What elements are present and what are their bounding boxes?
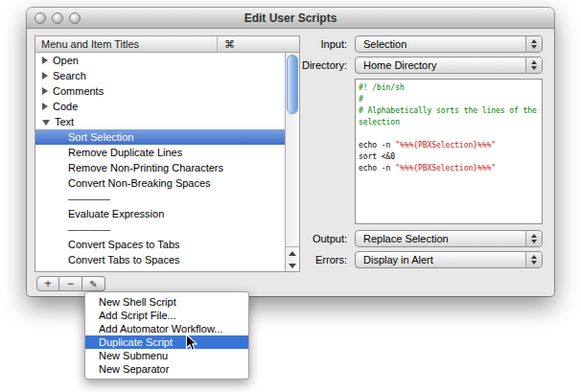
disclosure-triangle-icon[interactable]: [42, 57, 48, 64]
directory-label: Directory:: [180, 59, 355, 71]
popup-arrows-icon: [525, 252, 542, 267]
row-label: Evaluate Expression: [68, 208, 164, 219]
row-label: ————: [68, 269, 110, 271]
row-label: Convert Spaces to Tabs: [68, 239, 180, 250]
edit-script-button[interactable]: ✎: [82, 276, 105, 291]
row-label: Comments: [53, 85, 104, 97]
list-toolbar: + − ✎: [36, 276, 105, 291]
code-line: #! /bin/sh: [359, 82, 540, 94]
list-separator-row[interactable]: ————: [35, 191, 285, 206]
code-line: # Alphabetically sorts the lines of the …: [359, 105, 540, 128]
code-line: echo -n "%%%{PBXSelection}%%%": [359, 163, 540, 174]
menu-item[interactable]: Duplicate Script: [85, 335, 248, 349]
directory-row: Directory: Home Directory: [180, 57, 543, 74]
code-line: sort <&0: [359, 151, 540, 163]
row-label: Sort Selection: [68, 131, 133, 143]
menu-item[interactable]: New Shell Script: [85, 295, 248, 309]
script-editor[interactable]: #! /bin/sh## Alphabetically sorts the li…: [355, 79, 543, 224]
row-label: Open: [53, 55, 79, 66]
row-label: Remove Non-Printing Characters: [68, 162, 223, 173]
list-item-row[interactable]: Sort Selection: [35, 129, 285, 145]
errors-popup-value: Display in Alert: [356, 254, 525, 265]
disclosure-triangle-icon[interactable]: [42, 103, 48, 110]
menu-item[interactable]: New Submenu: [85, 349, 248, 362]
code-line: #: [359, 94, 540, 105]
output-row: Output: Replace Selection: [180, 230, 543, 247]
row-label: Remove Duplicate Lines: [68, 147, 182, 158]
list-item-row[interactable]: Remove Duplicate Lines: [35, 145, 285, 160]
row-label: Convert Tabs to Spaces: [68, 254, 180, 265]
menu-item[interactable]: New Separator: [85, 362, 248, 376]
disclosure-triangle-icon[interactable]: [42, 87, 48, 95]
list-group-row[interactable]: Text: [35, 114, 285, 129]
close-button[interactable]: [35, 12, 46, 24]
popup-arrows-icon: [525, 231, 542, 246]
zoom-button[interactable]: [69, 12, 81, 24]
window-content: Menu and Item Titles ⌘ OpenSearchComment…: [27, 29, 554, 296]
output-popup-value: Replace Selection: [356, 233, 525, 244]
row-label: Code: [53, 101, 78, 112]
errors-popup[interactable]: Display in Alert: [355, 251, 543, 268]
input-label: Input:: [180, 38, 355, 50]
mouse-cursor-icon: [185, 334, 198, 353]
menu-item[interactable]: Add Automator Workflow...: [85, 322, 248, 335]
row-label: Search: [53, 70, 86, 81]
window-title: Edit User Scripts: [27, 8, 554, 29]
list-item-row[interactable]: Evaluate Expression: [35, 206, 285, 221]
popup-arrows-icon: [525, 36, 542, 52]
window-controls: [35, 12, 81, 24]
disclosure-triangle-icon[interactable]: [42, 72, 48, 80]
add-menu-items: New Shell ScriptAdd Script File...Add Au…: [85, 295, 248, 376]
row-label: Convert Non-Breaking Spaces: [68, 177, 211, 189]
add-menu: New Shell ScriptAdd Script File...Add Au…: [84, 291, 249, 380]
input-row: Input: Selection: [180, 35, 543, 53]
edit-user-scripts-window: Edit User Scripts Menu and Item Titles ⌘…: [27, 8, 554, 296]
output-label: Output:: [180, 233, 355, 244]
menu-item[interactable]: Add Script File...: [85, 309, 248, 322]
input-popup[interactable]: Selection: [355, 35, 543, 53]
errors-label: Errors:: [180, 254, 355, 265]
row-label: ————: [68, 223, 110, 235]
add-script-button[interactable]: +: [36, 276, 59, 291]
directory-popup-value: Home Directory: [356, 59, 525, 71]
list-group-row[interactable]: Comments: [35, 83, 285, 99]
row-label: Text: [55, 116, 74, 127]
list-group-row[interactable]: Code: [35, 99, 285, 114]
errors-row: Errors: Display in Alert: [180, 251, 543, 268]
remove-script-button[interactable]: −: [59, 276, 82, 291]
code-line: [359, 128, 540, 140]
list-item-row[interactable]: Remove Non-Printing Characters: [35, 160, 285, 175]
code-line: echo -n "%%%{PBXSelection}%%%": [359, 140, 540, 151]
disclosure-triangle-icon[interactable]: [42, 120, 50, 126]
directory-popup[interactable]: Home Directory: [355, 57, 543, 74]
titlebar[interactable]: Edit User Scripts: [27, 8, 554, 29]
popup-arrows-icon: [525, 58, 542, 73]
input-popup-value: Selection: [356, 38, 525, 50]
list-item-row[interactable]: Convert Non-Breaking Spaces: [35, 175, 285, 191]
output-popup[interactable]: Replace Selection: [355, 230, 543, 247]
minimize-button[interactable]: [52, 12, 63, 24]
row-label: ————: [68, 193, 110, 204]
